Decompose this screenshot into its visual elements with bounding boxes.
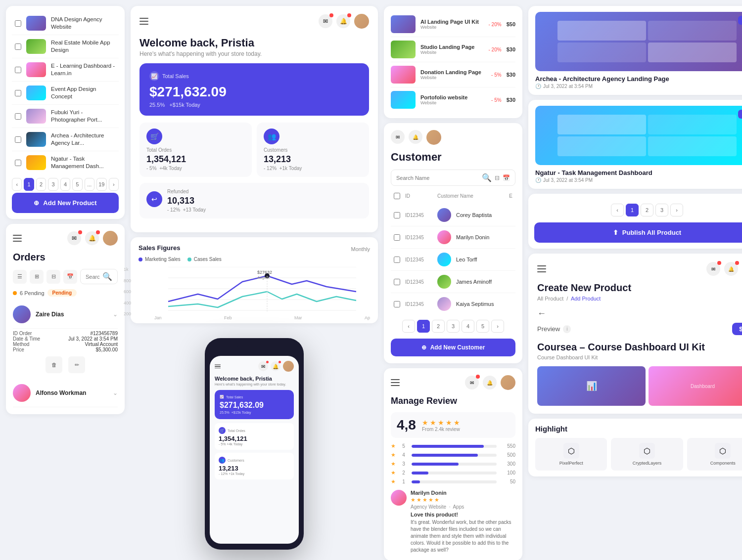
order-date-row: Date & Time Jul 3, 2022 at 3:54 PM [13, 336, 118, 342]
customer-bell-icon[interactable]: 🔔 [409, 130, 422, 144]
review-mail-icon[interactable]: ✉ [465, 376, 479, 389]
tpl-next-btn[interactable]: › [670, 204, 683, 216]
tpl-page-2[interactable]: 2 [641, 204, 653, 216]
customer-page-2[interactable]: 2 [432, 320, 445, 333]
product-checkbox[interactable] [15, 136, 21, 143]
orders-search-input[interactable] [86, 274, 99, 280]
product-list-item[interactable]: Archea - Architecture Agency Lar... [12, 128, 119, 151]
dash-bell-icon[interactable]: 🔔 [336, 14, 350, 28]
messages-icon[interactable]: ✉ [67, 231, 81, 245]
website-list-item[interactable]: AI Landing Page UI Kit Website - 20% $50 [391, 12, 515, 37]
customer-page-5[interactable]: 5 [476, 320, 489, 333]
customer-row[interactable]: ID12345 Leo Torff [391, 249, 515, 271]
website-change: - 20% [489, 22, 502, 27]
product-checkbox[interactable] [15, 20, 21, 27]
phone-avatar[interactable] [283, 361, 294, 372]
dash-hamburger[interactable] [139, 18, 148, 25]
customer-row-checkbox[interactable] [394, 257, 400, 263]
product-checkbox[interactable] [15, 160, 21, 166]
bell-icon[interactable]: 🔔 [85, 231, 99, 245]
phone-hamburger[interactable] [215, 364, 221, 369]
page-1-btn[interactable]: 1 [24, 178, 34, 191]
add-customer-button[interactable]: ⊕ Add New Customer [391, 339, 515, 356]
website-list-item[interactable]: Studio Landing Page Website - 20% $30 [391, 37, 515, 62]
customer-row[interactable]: ID12345 James Aminoff [391, 271, 515, 293]
customer-row[interactable]: ID12345 Marilyn Donin [391, 226, 515, 249]
customer-row-checkbox[interactable] [394, 279, 400, 285]
customer-mail-icon[interactable]: ✉ [391, 130, 405, 144]
cp-mail-icon[interactable]: ✉ [706, 262, 720, 276]
phone-mail-icon[interactable]: ✉ [258, 361, 268, 371]
page-19-btn[interactable]: 19 [96, 178, 106, 191]
product-list-item[interactable]: Event App Design Concept [12, 82, 119, 105]
breadcrumb-all-link[interactable]: All Product [537, 296, 563, 302]
customer-avatar[interactable] [426, 130, 441, 145]
page-5-btn[interactable]: 5 [72, 178, 82, 191]
customer-page-3[interactable]: 3 [447, 320, 460, 333]
grid-view-btn[interactable]: ⊞ [30, 270, 44, 284]
customer-next-btn[interactable]: › [491, 320, 504, 333]
tpl-page-3[interactable]: 3 [655, 204, 668, 216]
add-new-product-button[interactable]: ⊕ Add New Product [12, 193, 119, 213]
product-list-item[interactable]: Real Estate Mobile App Design [12, 35, 119, 58]
review-bell-icon[interactable]: 🔔 [483, 376, 497, 389]
customer-filter-icon[interactable]: ⊟ [495, 174, 500, 181]
user-avatar[interactable] [103, 231, 118, 246]
review-avatar[interactable] [501, 375, 515, 390]
customer-row-checkbox[interactable] [394, 212, 400, 218]
product-list-item[interactable]: Ngatur - Task Management Dash... [12, 151, 119, 174]
page-3-btn[interactable]: 3 [48, 178, 58, 191]
publish-all-product-button[interactable]: ⬆ Publish All Product [534, 222, 742, 243]
customer-prev-btn[interactable]: ‹ [402, 320, 415, 333]
customer-row[interactable]: ID12345 Kaiya Septimus [391, 293, 515, 315]
order-name-zaire: Zaire Dias [36, 311, 64, 318]
tpl-prev-btn[interactable]: ‹ [611, 204, 624, 216]
customer-search-input[interactable] [396, 175, 479, 181]
product-list-item[interactable]: DNA Design Agency Website [12, 12, 119, 35]
page-4-btn[interactable]: 4 [60, 178, 70, 191]
cp-bell-icon[interactable]: 🔔 [724, 262, 738, 276]
customer-page-1[interactable]: 1 [417, 320, 430, 333]
order-chevron-zaire[interactable]: ⌄ [113, 311, 118, 318]
next-page-btn[interactable]: › [109, 178, 119, 191]
product-checkbox[interactable] [15, 67, 21, 73]
dash-avatar[interactable] [354, 14, 369, 29]
list-view-btn[interactable]: ☰ [13, 270, 27, 284]
website-list-item[interactable]: Portofolio website Website - 5% $30 [391, 87, 515, 112]
back-arrow-btn[interactable]: ← [537, 308, 546, 318]
customer-row-checkbox[interactable] [394, 234, 400, 241]
product-list-item[interactable]: E - Learning Dashboard - Learn.in [12, 58, 119, 82]
template-archea-date: 🕐 Jul 3, 2022 at 3:54 PM [535, 84, 742, 89]
order-chevron-alfonso[interactable]: ⌄ [113, 389, 118, 396]
page-2-btn[interactable]: 2 [36, 178, 46, 191]
tpl-page-1[interactable]: 1 [626, 204, 639, 216]
product-list-item[interactable]: Fubuki Yuri - Photographer Port... [12, 105, 119, 128]
calendar-btn[interactable]: 📅 [63, 270, 77, 284]
prev-page-btn[interactable]: ‹ [12, 178, 22, 191]
extra-column-header: E [509, 193, 512, 199]
product-checkbox[interactable] [15, 90, 21, 96]
website-thumbnail [391, 15, 416, 33]
create-product-hamburger[interactable] [537, 265, 546, 272]
review-hamburger[interactable] [391, 379, 400, 386]
refunded-stat: ↩ Refunded 10,313 - 12% +13 Today [139, 183, 369, 218]
customer-rows: ID12345 Corey Baptista ID12345 Marilyn D… [391, 204, 515, 315]
edit-icon[interactable]: ✏ [68, 356, 85, 373]
hamburger-menu[interactable] [13, 235, 22, 242]
customer-row-checkbox[interactable] [394, 301, 400, 307]
phone-bell-icon[interactable]: 🔔 [271, 361, 280, 371]
dash-messages-icon[interactable]: ✉ [319, 14, 332, 28]
customer-page-4[interactable]: 4 [462, 320, 474, 333]
product-checkbox[interactable] [15, 113, 21, 120]
filter-btn[interactable]: ⊟ [46, 270, 60, 284]
page-dots-btn[interactable]: ... [85, 178, 94, 191]
publish-icon: ⬆ [613, 229, 618, 236]
website-list-item[interactable]: Donation Landing Page Website - 5% $30 [391, 62, 515, 87]
delete-icon[interactable]: 🗑 [46, 356, 62, 373]
product-checkbox[interactable] [15, 43, 21, 50]
select-all-checkbox[interactable] [394, 193, 400, 199]
star-3: ★ [438, 419, 444, 427]
product-item-name: Ngatur - Task Management Dash... [51, 155, 116, 170]
customer-calendar-icon[interactable]: 📅 [503, 174, 510, 181]
customer-row[interactable]: ID12345 Corey Baptista [391, 204, 515, 226]
